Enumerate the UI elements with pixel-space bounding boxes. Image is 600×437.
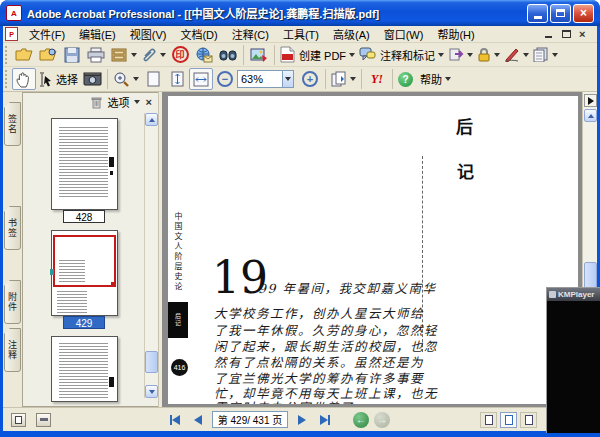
panel-options-dropdown-arrow xyxy=(134,100,140,104)
save-button[interactable] xyxy=(60,44,84,66)
toolbar-grip-2[interactable] xyxy=(5,70,9,88)
kmplayer-title-bar[interactable]: KMPlayer xyxy=(547,288,600,301)
howto-pane-toggle[interactable] xyxy=(584,94,597,107)
panel-scroll-up-button[interactable] xyxy=(145,113,158,126)
menu-window[interactable]: 窗口(W) xyxy=(377,25,431,43)
organizer-dropdown-arrow[interactable] xyxy=(131,53,137,57)
attach-button[interactable] xyxy=(139,44,168,66)
first-page-button[interactable] xyxy=(166,412,184,428)
doc-status-icon[interactable] xyxy=(11,413,26,427)
doc-close-button[interactable]: × xyxy=(579,29,591,40)
next-page-button[interactable] xyxy=(293,412,311,428)
fit-page-button[interactable] xyxy=(165,68,189,90)
help-button[interactable]: ? 帮助 xyxy=(396,68,453,90)
stamp-seal-button[interactable]: 印 xyxy=(168,44,192,66)
toolbar-grip[interactable] xyxy=(5,46,9,64)
thumbnail-label-429[interactable]: 429 xyxy=(63,316,105,329)
zoom-level-dropdown[interactable] xyxy=(283,70,294,88)
forms-dropdown-arrow[interactable] xyxy=(552,53,558,57)
menu-view[interactable]: 视图(V) xyxy=(123,25,174,43)
yahoo-toolbar-button[interactable]: Y! xyxy=(365,68,389,90)
yahoo-icon: Y! xyxy=(371,72,383,87)
doc-scroll-up-button[interactable] xyxy=(584,109,597,122)
sign-dropdown-arrow[interactable] xyxy=(523,53,529,57)
window-title: Adobe Acrobat Professional - [[中国文人阶层史论]… xyxy=(27,5,527,21)
thumbnail-page-429[interactable] xyxy=(51,230,118,316)
picture-tasks-button[interactable] xyxy=(247,44,271,66)
menu-bar: P 文件(F) 编辑(E) 视图(V) 文档(D) 注释(C) 工具(T) 高级… xyxy=(3,26,597,43)
hand-tool-button[interactable] xyxy=(12,68,36,90)
comment-markup-button[interactable]: 注释和标记 xyxy=(357,44,446,66)
organizer-button[interactable] xyxy=(108,44,139,66)
page-display-dropdown-arrow[interactable] xyxy=(350,77,356,81)
tab-comments[interactable]: 注释 xyxy=(4,328,21,372)
email-button[interactable] xyxy=(192,44,216,66)
maximize-button[interactable] xyxy=(550,4,571,23)
zoom-tool-dropdown-arrow[interactable] xyxy=(133,77,139,81)
comment-markup-dropdown-arrow[interactable] xyxy=(438,53,444,57)
tab-signatures[interactable]: 签名 xyxy=(4,102,21,146)
facing-layout-button[interactable] xyxy=(520,412,537,428)
single-page-layout-button[interactable] xyxy=(480,412,497,428)
fit-width-button[interactable] xyxy=(189,68,213,90)
continuous-layout-button[interactable] xyxy=(500,412,517,428)
nav-pane-toggle-icon[interactable] xyxy=(36,413,51,427)
send-review-button[interactable] xyxy=(446,44,475,66)
pdf-document-icon[interactable]: P xyxy=(5,27,18,41)
snapshot-button[interactable] xyxy=(80,68,104,90)
create-pdf-button[interactable]: 创建 PDF xyxy=(278,44,357,66)
attach-dropdown-arrow[interactable] xyxy=(160,53,166,57)
help-dropdown-arrow[interactable] xyxy=(445,77,451,81)
thumbnail-page-428[interactable] xyxy=(51,118,118,210)
zoom-level-input[interactable]: 63% xyxy=(237,70,283,88)
close-button[interactable]: × xyxy=(573,4,594,23)
forms-button[interactable] xyxy=(531,44,560,66)
tab-bookmarks[interactable]: 书签 xyxy=(4,206,21,250)
zoom-out-button[interactable]: − xyxy=(213,68,237,90)
select-tool-button[interactable]: 选择 xyxy=(36,68,80,90)
menu-edit[interactable]: 编辑(E) xyxy=(72,25,123,43)
doc-restore-button[interactable] xyxy=(561,29,573,40)
panel-scrollbar-thumb[interactable] xyxy=(145,351,158,373)
sign-button[interactable] xyxy=(502,44,531,66)
page-navigation: 第 429/ 431 页 ← → xyxy=(166,411,390,428)
kmplayer-window[interactable]: KMPlayer xyxy=(546,287,600,433)
tab-attachments[interactable]: 附件 xyxy=(4,280,21,324)
search-button[interactable] xyxy=(216,44,240,66)
page-heading-char-2: 记 xyxy=(457,158,474,183)
next-view-button[interactable]: → xyxy=(374,412,390,428)
panel-options-button[interactable]: 选项 xyxy=(108,94,140,110)
thumbnail-page-430[interactable] xyxy=(51,336,118,402)
secure-dropdown-arrow[interactable] xyxy=(494,53,500,57)
last-page-button[interactable] xyxy=(316,412,334,428)
page-number-field[interactable]: 第 429/ 431 页 xyxy=(212,411,288,428)
send-review-dropdown-arrow[interactable] xyxy=(467,53,473,57)
menu-document[interactable]: 文档(D) xyxy=(173,25,224,43)
thumbnail-label-428[interactable]: 428 xyxy=(63,210,105,223)
previous-view-button[interactable]: ← xyxy=(353,412,369,428)
organizer-open-button[interactable] xyxy=(36,44,60,66)
menu-tools[interactable]: 工具(T) xyxy=(276,25,326,43)
doc-minimize-button[interactable] xyxy=(543,29,555,40)
panel-scrollbar[interactable] xyxy=(144,113,157,398)
document-pane[interactable]: 后 记 中国文人阶层史论 后记 416 19 99 年暑间，我交卸嘉义南华 大学… xyxy=(162,92,582,407)
menu-file[interactable]: 文件(F) xyxy=(22,25,72,43)
secure-button[interactable] xyxy=(475,44,502,66)
trash-icon[interactable] xyxy=(91,96,102,109)
zoom-tool-button[interactable] xyxy=(111,68,141,90)
current-view-box[interactable] xyxy=(53,235,116,287)
page-display-button[interactable] xyxy=(329,68,358,90)
open-button[interactable] xyxy=(12,44,36,66)
panel-close-button[interactable]: × xyxy=(146,97,152,107)
create-pdf-dropdown-arrow[interactable] xyxy=(349,53,355,57)
menu-advanced[interactable]: 高级(A) xyxy=(326,25,377,43)
print-button[interactable] xyxy=(84,44,108,66)
zoom-in-button[interactable]: + xyxy=(298,68,322,90)
panel-scroll-down-button[interactable] xyxy=(145,385,158,398)
minimize-button[interactable] xyxy=(527,4,548,23)
menu-help[interactable]: 帮助(H) xyxy=(430,25,481,43)
comment-markup-label: 注释和标记 xyxy=(380,47,435,63)
menu-comments[interactable]: 注释(C) xyxy=(225,25,276,43)
actual-size-button[interactable] xyxy=(141,68,165,90)
previous-page-button[interactable] xyxy=(189,412,207,428)
